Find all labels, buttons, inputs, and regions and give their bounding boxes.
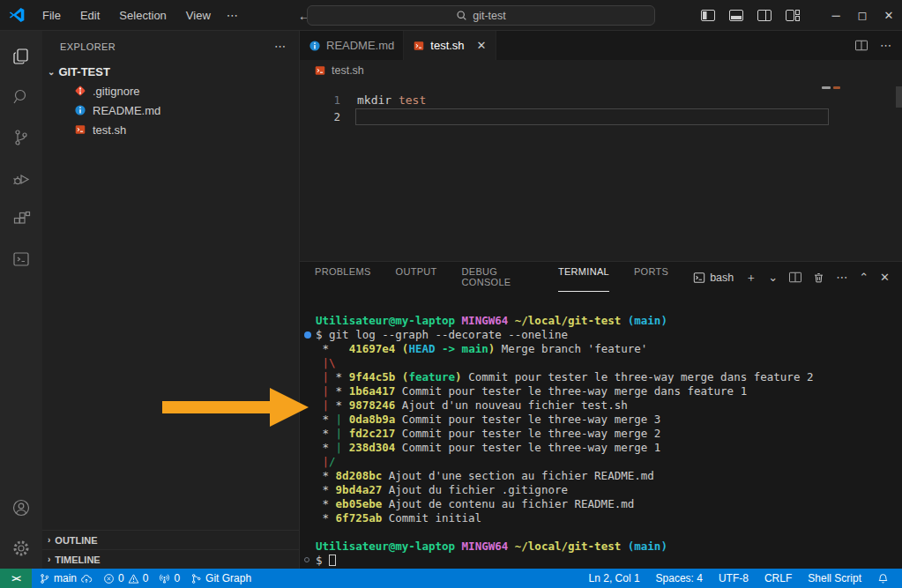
activity-bar: [0, 31, 42, 569]
kill-terminal-trash-icon[interactable]: [813, 272, 824, 284]
sidebar-title: EXPLORER: [60, 41, 116, 52]
chevron-right-icon: ›: [48, 555, 50, 564]
editor-line-2[interactable]: 2: [300, 108, 902, 125]
command-center-search[interactable]: git-test: [307, 5, 655, 26]
status-encoding[interactable]: UTF-8: [711, 569, 757, 588]
folder-git-test[interactable]: ⌄ GIT-TEST: [42, 62, 299, 81]
terminal-instance-bash[interactable]: bash: [693, 272, 734, 284]
search-icon: [456, 10, 467, 21]
menu-overflow-button[interactable]: ⋯: [219, 6, 247, 25]
shell-file-icon: [314, 64, 326, 77]
status-indentation[interactable]: Spaces: 4: [648, 569, 711, 588]
terminal-output[interactable]: Utilisateur@my-laptop MINGW64 ~/local/gi…: [300, 293, 902, 569]
panel-tab-output[interactable]: OUTPUT: [396, 263, 437, 292]
panel-tabbar: PROBLEMSOUTPUTDEBUG CONSOLETERMINALPORTS…: [300, 262, 902, 293]
menu-view[interactable]: View: [178, 6, 219, 25]
remote-indicator[interactable]: ><: [0, 569, 32, 588]
search-sidebar-icon[interactable]: [0, 77, 42, 117]
panel-tab-terminal[interactable]: TERMINAL: [558, 263, 609, 292]
panel-tab-debug-console[interactable]: DEBUG CONSOLE: [462, 263, 533, 292]
editor-line-1[interactable]: 1mkdir test: [300, 92, 902, 108]
terminal-line: [316, 525, 902, 540]
close-button[interactable]: ✕: [876, 0, 902, 31]
editor-more-actions[interactable]: ⋯: [880, 39, 891, 52]
terminal-dropdown-icon[interactable]: ⌄: [768, 271, 778, 284]
explorer-icon[interactable]: [0, 36, 42, 77]
status-branch[interactable]: main: [34, 569, 98, 588]
terminal-line: * 8d208bc Ajout d'une section au fichier…: [316, 469, 902, 483]
file-item-test-sh[interactable]: test.sh: [42, 120, 299, 139]
toggle-sidebar-icon[interactable]: [701, 10, 715, 21]
run-debug-icon[interactable]: [0, 158, 42, 198]
command-decoration-run[interactable]: [304, 331, 311, 339]
explorer-more-actions[interactable]: ⋯: [274, 40, 287, 53]
maximize-button[interactable]: ◻: [849, 0, 876, 31]
code-editor[interactable]: 1mkdir test2: [300, 81, 902, 261]
tab-readme-md[interactable]: README.md: [300, 31, 404, 60]
close-tab-icon[interactable]: ✕: [477, 39, 487, 52]
menu-edit[interactable]: Edit: [72, 6, 108, 25]
terminal-line: * | 0da8b9a Commit pour tester le three-…: [316, 413, 902, 427]
customize-layout-icon[interactable]: [786, 10, 800, 21]
minimap: [822, 86, 840, 89]
minimize-button[interactable]: ─: [823, 0, 849, 31]
terminal-line: |\: [316, 356, 902, 370]
search-query: git-test: [473, 10, 506, 22]
settings-gear-icon[interactable]: [0, 528, 42, 569]
terminal-line: | * 9878246 Ajout d'un nouveau fichier t…: [316, 398, 902, 413]
menu-selection[interactable]: Selection: [111, 6, 174, 25]
terminal-cursor: [329, 555, 336, 566]
panel-tab-ports[interactable]: PORTS: [634, 263, 668, 292]
terminal-line: $: [316, 554, 902, 568]
notifications-bell-icon[interactable]: [869, 569, 897, 588]
file-tree: .gitignoreREADME.mdtest.sh: [42, 81, 299, 139]
menubar: FileEditSelectionView: [34, 6, 219, 25]
bottom-panel: PROBLEMSOUTPUTDEBUG CONSOLETERMINALPORTS…: [300, 261, 902, 569]
source-control-icon[interactable]: [0, 117, 42, 158]
breadcrumb[interactable]: test.sh: [300, 60, 902, 81]
vscode-window: FileEditSelectionView ⋯ ← → git-test ─ ◻…: [0, 0, 902, 588]
extensions-icon[interactable]: [0, 198, 42, 239]
terminal-line: * | fd2c217 Commit pour tester le three-…: [316, 427, 902, 441]
terminal-line: Utilisateur@my-laptop MINGW64 ~/local/gi…: [316, 540, 902, 554]
file-item-readme-md[interactable]: README.md: [42, 100, 299, 120]
split-editor-icon[interactable]: [855, 40, 868, 51]
terminal-line: | * 9f44c5b (feature) Commit pour tester…: [316, 370, 902, 384]
file-item-gitignore[interactable]: .gitignore: [42, 81, 299, 100]
sidebar-section-outline[interactable]: ›OUTLINE: [42, 530, 299, 549]
editor-tabbar: README.mdtest.sh✕ ⋯: [300, 31, 902, 60]
terminal-line: * 6f725ab Commit initial: [316, 511, 902, 525]
terminal-line: |/: [316, 455, 902, 469]
status-git-graph[interactable]: Git Graph: [185, 569, 257, 588]
account-icon[interactable]: [0, 488, 42, 528]
terminal-line: $ git log --graph --decorate --oneline: [316, 328, 902, 342]
tab-test-sh[interactable]: test.sh✕: [404, 31, 496, 60]
toggle-secondary-sidebar-icon[interactable]: [757, 10, 772, 21]
status-ports[interactable]: 0: [153, 569, 185, 588]
status-problems[interactable]: 00: [98, 569, 153, 588]
terminal-line: * eb05ebe Ajout de contenu au fichier RE…: [316, 497, 902, 511]
menu-file[interactable]: File: [34, 6, 69, 25]
sidebar-section-timeline[interactable]: ›TIMELINE: [42, 549, 299, 569]
status-cursor-position[interactable]: Ln 2, Col 1: [581, 569, 648, 588]
vscode-logo-icon: [8, 6, 26, 24]
split-terminal-icon[interactable]: [789, 272, 801, 283]
new-terminal-button[interactable]: ＋: [745, 270, 757, 286]
toggle-panel-icon[interactable]: [729, 10, 743, 21]
panel-tab-problems[interactable]: PROBLEMS: [315, 263, 371, 292]
status-bar: >< main000Git Graph Ln 2, Col 1Spaces: 4…: [0, 569, 902, 588]
terminal-view-icon[interactable]: [0, 239, 42, 279]
panel-more-actions[interactable]: ⋯: [836, 271, 847, 284]
explorer-sidebar: EXPLORER ⋯ ⌄ GIT-TEST .gitignoreREADME.m…: [42, 31, 300, 569]
chevron-down-icon: ⌄: [48, 67, 55, 77]
maximize-panel-icon[interactable]: ⌃: [859, 271, 868, 284]
editor-scrollbar[interactable]: [896, 86, 902, 108]
close-panel-icon[interactable]: ✕: [880, 271, 890, 284]
terminal-line: * 41697e4 (HEAD -> main) Merge branch 'f…: [316, 342, 902, 356]
terminal-line: | * 1b6a417 Commit pour tester le three-…: [316, 384, 902, 398]
command-decoration-idle[interactable]: [304, 557, 309, 562]
terminal-line: * | 238d304 Commit pour tester le three-…: [316, 441, 902, 455]
status-eol[interactable]: CRLF: [757, 569, 800, 588]
status-language-mode[interactable]: Shell Script: [800, 569, 869, 588]
terminal-line: * 9bd4a27 Ajout du fichier .gitignore: [316, 483, 902, 497]
